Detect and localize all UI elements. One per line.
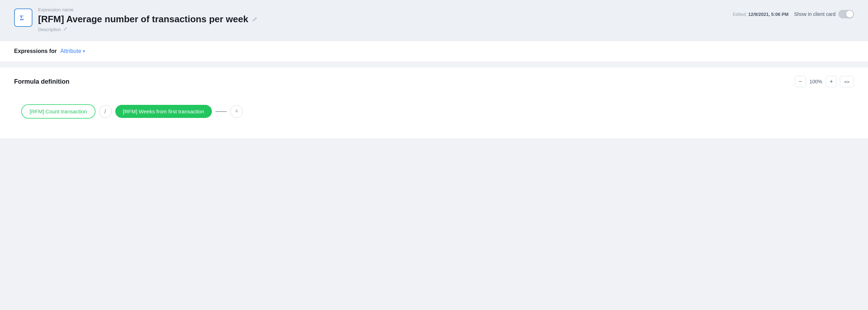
expression-title-text: [RFM] Average number of transactions per… <box>38 14 248 25</box>
attribute-dropdown-label: Attribute <box>60 48 81 54</box>
edited-label: Edited: 12/9/2021, 5:06 PM <box>733 12 788 17</box>
operator-divide[interactable]: / <box>99 105 112 118</box>
header-text: Expression name [RFM] Average number of … <box>38 7 257 32</box>
add-formula-node-button[interactable]: + <box>230 105 243 118</box>
show-client-card-row: Show in client card <box>794 10 854 18</box>
description-label: Description <box>38 27 61 32</box>
sigma-icon: Σ <box>18 13 28 23</box>
header-left: Σ Expression name [RFM] Average number o… <box>14 7 257 32</box>
formula-section: Formula definition − 100% + <> [RFM] Cou… <box>0 67 868 138</box>
formula-header: Formula definition − 100% + <> <box>14 76 854 87</box>
show-client-card-toggle[interactable] <box>838 10 854 18</box>
expression-title-row: [RFM] Average number of transactions per… <box>38 14 257 25</box>
code-toggle-button[interactable]: <> <box>840 76 854 87</box>
edited-date: 12/9/2021, 5:06 PM <box>748 12 788 17</box>
attribute-dropdown[interactable]: Attribute ▾ <box>60 48 85 54</box>
formula-builder: [RFM] Count transaction / [RFM] Weeks fr… <box>14 99 854 124</box>
zoom-out-button[interactable]: − <box>795 76 806 87</box>
section-divider <box>0 62 868 67</box>
description-row: Description <box>38 27 257 32</box>
expressions-for-section: Expressions for Attribute ▾ <box>0 41 868 62</box>
formula-pill-weeks-transaction[interactable]: [RFM] Weeks from first transaction <box>115 105 212 118</box>
expression-icon-box: Σ <box>14 8 32 27</box>
edit-description-icon[interactable] <box>63 27 67 32</box>
formula-title: Formula definition <box>14 78 69 85</box>
header-right: Edited: 12/9/2021, 5:06 PM Show in clien… <box>733 7 854 18</box>
divide-icon: / <box>104 108 106 115</box>
formula-connector <box>215 111 227 112</box>
formula-pill-count-transaction[interactable]: [RFM] Count transaction <box>21 104 96 119</box>
chevron-down-icon: ▾ <box>83 49 85 54</box>
zoom-in-button[interactable]: + <box>826 76 837 87</box>
show-client-card-label: Show in client card <box>794 11 836 17</box>
header-section: Σ Expression name [RFM] Average number o… <box>0 0 868 41</box>
expression-name-label: Expression name <box>38 7 257 12</box>
edit-title-icon[interactable] <box>252 17 257 22</box>
svg-text:Σ: Σ <box>20 14 24 22</box>
formula-controls: − 100% + <> <box>795 76 854 87</box>
plus-icon: + <box>235 108 239 115</box>
expressions-for-label: Expressions for <box>14 48 57 54</box>
zoom-value: 100% <box>809 79 823 84</box>
